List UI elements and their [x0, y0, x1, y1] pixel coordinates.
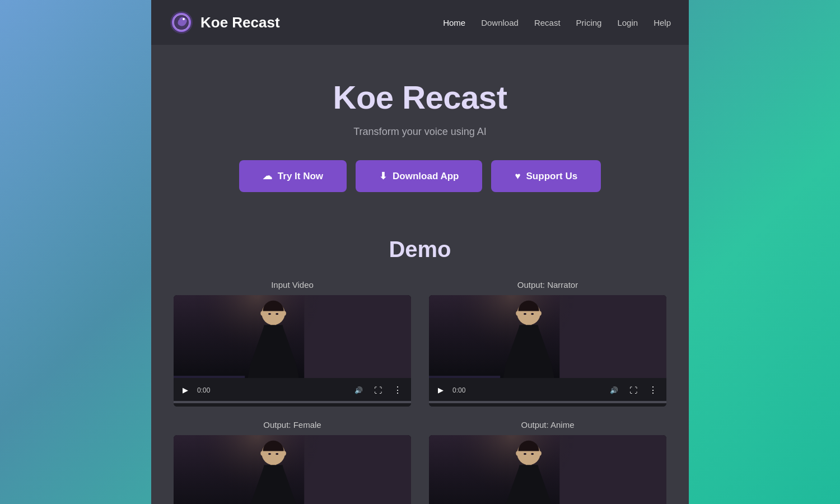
demo-label-narrator: Output: Narrator: [429, 280, 666, 290]
demo-title: Demo: [174, 237, 666, 262]
video-player-narrator: 0:00: [429, 295, 666, 407]
time-narrator: 0:00: [452, 386, 470, 394]
video-canvas-narrator: [429, 295, 666, 378]
play-button-narrator[interactable]: [436, 385, 446, 395]
video-thumbnail-female: [174, 435, 411, 504]
progress-track-narrator[interactable]: [429, 401, 666, 403]
nav-download[interactable]: Download: [481, 18, 519, 27]
try-now-button[interactable]: ☁ Try It Now: [239, 160, 347, 192]
support-us-button[interactable]: ♥ Support Us: [491, 160, 601, 192]
cloud-icon: ☁: [263, 170, 272, 182]
download-icon: ⬇: [379, 170, 387, 182]
demo-item-female: Output: Female 0:00: [174, 420, 411, 504]
more-button-narrator[interactable]: [646, 384, 660, 396]
mute-button-input[interactable]: [352, 385, 365, 395]
progress-row-narrator: [429, 401, 666, 407]
demo-section: Demo Input Video 0:00: [151, 226, 689, 504]
hero-title: Koe Recast: [174, 78, 666, 116]
navbar-nav: Home Download Recast Pricing Login Help: [443, 18, 671, 27]
fullscreen-button-input[interactable]: [372, 385, 384, 396]
download-app-label: Download App: [393, 171, 459, 182]
video-player-input: 0:00: [174, 295, 411, 407]
video-thumbnail-anime: [429, 435, 666, 504]
demo-item-anime: Output: Anime 0:00: [429, 420, 666, 504]
heart-icon: ♥: [515, 171, 520, 182]
video-controls-input: 0:00: [174, 379, 411, 401]
demo-label-input: Input Video: [174, 280, 411, 290]
download-app-button[interactable]: ⬇ Download App: [356, 160, 482, 192]
mute-button-narrator[interactable]: [608, 385, 620, 395]
more-button-input[interactable]: [391, 384, 404, 396]
video-thumbnail-input: [174, 295, 411, 379]
demo-grid: Input Video 0:00: [174, 280, 666, 504]
fullscreen-button-narrator[interactable]: [627, 385, 640, 396]
video-canvas-input: [174, 295, 411, 378]
nav-help[interactable]: Help: [654, 18, 671, 27]
hero-buttons: ☁ Try It Now ⬇ Download App ♥ Support Us: [174, 160, 666, 192]
demo-item-input: Input Video 0:00: [174, 280, 411, 407]
video-player-female: 0:00: [174, 435, 411, 504]
navbar: Koe Recast Home Download Recast Pricing …: [151, 0, 689, 45]
progress-track-input[interactable]: [174, 401, 411, 403]
video-player-anime: 0:00: [429, 435, 666, 504]
svg-point-2: [183, 18, 185, 20]
brand-name: Koe Recast: [200, 14, 280, 31]
video-canvas-female: [174, 435, 411, 504]
video-controls-narrator: 0:00: [429, 379, 666, 401]
brand-logo-icon: [169, 10, 194, 35]
support-us-label: Support Us: [526, 171, 578, 182]
play-button-input[interactable]: [180, 385, 190, 395]
demo-label-anime: Output: Anime: [429, 420, 666, 430]
video-thumbnail-narrator: [429, 295, 666, 379]
try-now-label: Try It Now: [278, 171, 323, 182]
demo-label-female: Output: Female: [174, 420, 411, 430]
main-container: Koe Recast Home Download Recast Pricing …: [151, 0, 689, 504]
hero-section: Koe Recast Transform your voice using AI…: [151, 45, 689, 226]
nav-pricing[interactable]: Pricing: [576, 18, 602, 27]
navbar-brand: Koe Recast: [169, 10, 280, 35]
nav-login[interactable]: Login: [617, 18, 638, 27]
demo-item-narrator: Output: Narrator 0:00: [429, 280, 666, 407]
time-input: 0:00: [197, 386, 215, 394]
nav-recast[interactable]: Recast: [534, 18, 561, 27]
progress-row-input: [174, 401, 411, 407]
nav-home[interactable]: Home: [443, 18, 465, 27]
video-canvas-anime: [429, 435, 666, 504]
hero-subtitle: Transform your voice using AI: [174, 126, 666, 138]
